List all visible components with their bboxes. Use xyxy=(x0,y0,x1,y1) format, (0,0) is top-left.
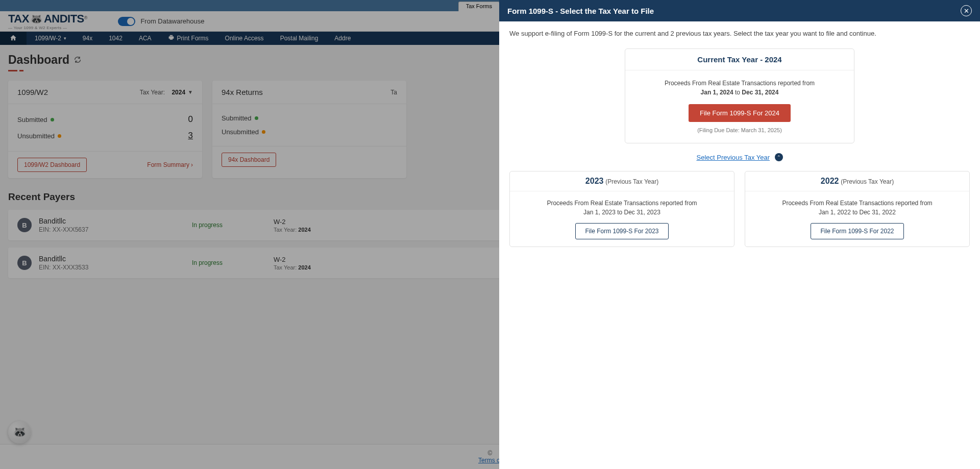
date-range: Jan 1, 2022 to Dec 31, 2022 xyxy=(754,208,960,217)
tax-year-panel: Form 1099-S - Select the Tax Year to Fil… xyxy=(499,0,980,469)
panel-description: We support e-filing of Form 1099-S for t… xyxy=(509,30,970,37)
previous-year-toggle[interactable]: Select Previous Tax Year ⌃ xyxy=(509,153,970,162)
close-icon: ✕ xyxy=(964,7,969,15)
report-from-text: Proceeds From Real Estate Transactions r… xyxy=(635,79,844,88)
year-2023-card: 2023 (Previous Tax Year) Proceeds From R… xyxy=(509,171,734,247)
file-2024-button[interactable]: File Form 1099-S For 2024 xyxy=(689,104,791,122)
close-button[interactable]: ✕ xyxy=(961,5,972,16)
year-2022-card: 2022 (Previous Tax Year) Proceeds From R… xyxy=(745,171,970,247)
current-year-header: Current Tax Year - 2024 xyxy=(625,49,854,70)
report-from-text: Proceeds From Real Estate Transactions r… xyxy=(754,199,960,208)
current-year-box: Current Tax Year - 2024 Proceeds From Re… xyxy=(625,48,854,143)
due-date-text: (Filing Due Date: March 31, 2025) xyxy=(635,126,844,135)
chevron-up-icon: ⌃ xyxy=(775,153,783,161)
file-2023-button[interactable]: File Form 1099-S For 2023 xyxy=(575,223,668,239)
file-2022-button[interactable]: File Form 1099-S For 2022 xyxy=(811,223,903,239)
panel-title: Form 1099-S - Select the Tax Year to Fil… xyxy=(507,7,654,15)
report-from-text: Proceeds From Real Estate Transactions r… xyxy=(519,199,725,208)
date-range: Jan 1, 2023 to Dec 31, 2023 xyxy=(519,208,725,217)
